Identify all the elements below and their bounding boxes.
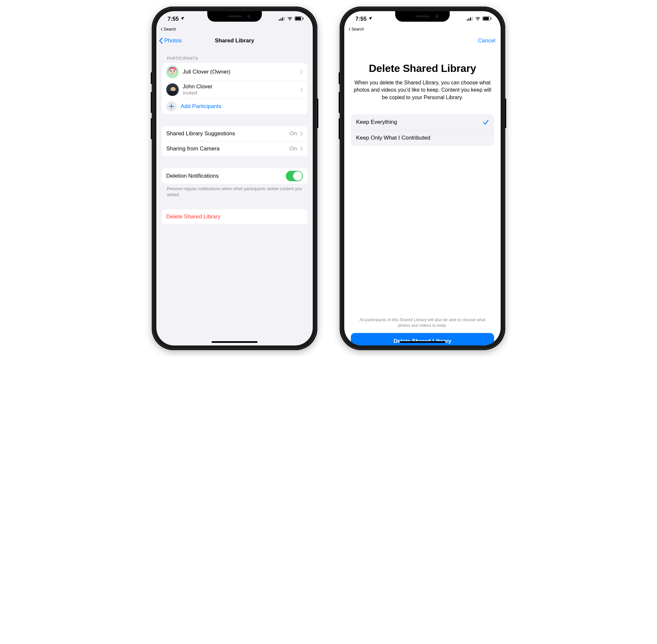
signal-icon: [467, 16, 473, 22]
chevron-right-icon: [300, 131, 303, 136]
deletion-label: Deletion Notifications: [166, 173, 286, 179]
check-icon: [483, 119, 489, 125]
svg-rect-17: [470, 17, 471, 21]
deletion-footer: Receive regular notifications when other…: [162, 184, 308, 198]
svg-rect-14: [168, 91, 177, 96]
suggestions-label: Shared Library Suggestions: [166, 130, 289, 137]
svg-point-19: [478, 20, 478, 21]
add-participants-button[interactable]: Add Participants: [162, 98, 308, 114]
chevron-right-icon: [300, 146, 303, 151]
breadcrumb-back[interactable]: Search: [156, 27, 313, 33]
breadcrumb-label: Search: [164, 27, 176, 31]
battery-icon: [482, 16, 492, 22]
svg-point-10: [171, 70, 172, 72]
option-label: Keep Everything: [356, 119, 397, 125]
svg-point-11: [174, 70, 175, 72]
option-keep-contributed[interactable]: Keep Only What I Contributed: [351, 130, 494, 146]
avatar: [166, 84, 179, 96]
sheet-body: When you delete the Shared Library, you …: [344, 74, 501, 101]
home-indicator[interactable]: [211, 341, 257, 343]
svg-rect-0: [279, 19, 280, 21]
suggestions-value: On: [289, 130, 297, 137]
participant-row[interactable]: John Clover Invited: [162, 81, 308, 98]
status-time: 7:55: [356, 16, 367, 22]
sheet-footer: All participants of this Shared Library …: [344, 317, 501, 333]
status-time: 7:55: [167, 16, 179, 22]
svg-rect-3: [284, 17, 285, 21]
page-title: Shared Library: [156, 38, 313, 44]
participant-row[interactable]: Juli Clover (Owner): [162, 63, 308, 81]
signal-icon: [279, 16, 285, 22]
plus-icon: [166, 101, 177, 112]
svg-rect-7: [303, 18, 303, 19]
location-icon: [368, 16, 372, 22]
camera-sharing-row[interactable]: Sharing from Camera On: [162, 141, 308, 156]
participant-name: Juli Clover (Owner): [183, 69, 300, 75]
avatar: [166, 66, 179, 78]
svg-rect-21: [483, 17, 489, 20]
svg-rect-16: [469, 18, 470, 21]
svg-rect-1: [280, 18, 281, 21]
chevron-right-icon: [300, 70, 303, 74]
option-label: Keep Only What I Contributed: [356, 135, 430, 141]
svg-rect-2: [282, 17, 283, 21]
cancel-button[interactable]: Cancel: [478, 38, 495, 44]
add-participants-label: Add Participants: [181, 103, 221, 110]
sheet-title: Delete Shared Library: [344, 48, 501, 74]
breadcrumb-back[interactable]: Search: [344, 27, 501, 33]
camera-label: Sharing from Camera: [166, 145, 289, 152]
delete-label: Delete Shared Library: [166, 213, 221, 220]
svg-point-4: [290, 20, 290, 21]
battery-icon: [295, 16, 303, 22]
camera-value: On: [289, 145, 297, 152]
breadcrumb-label: Search: [352, 27, 364, 31]
wifi-icon: [287, 16, 293, 22]
wifi-icon: [475, 16, 481, 22]
option-keep-everything[interactable]: Keep Everything: [351, 114, 494, 130]
delete-shared-library-button[interactable]: Delete Shared Library: [351, 333, 494, 345]
delete-shared-library-button[interactable]: Delete Shared Library: [162, 209, 308, 224]
participants-header: Participants: [162, 48, 308, 63]
participant-name: John Clover: [183, 84, 300, 90]
svg-rect-18: [472, 17, 473, 21]
home-indicator[interactable]: [400, 341, 446, 343]
participant-status: Invited: [183, 90, 300, 96]
svg-rect-22: [491, 18, 492, 19]
svg-rect-6: [295, 17, 301, 20]
suggestions-row[interactable]: Shared Library Suggestions On: [162, 126, 308, 141]
deletion-notifications-row: Deletion Notifications: [162, 168, 308, 184]
location-icon: [180, 16, 185, 22]
svg-rect-15: [467, 19, 468, 21]
chevron-right-icon: [300, 87, 303, 92]
deletion-toggle[interactable]: [286, 171, 303, 181]
